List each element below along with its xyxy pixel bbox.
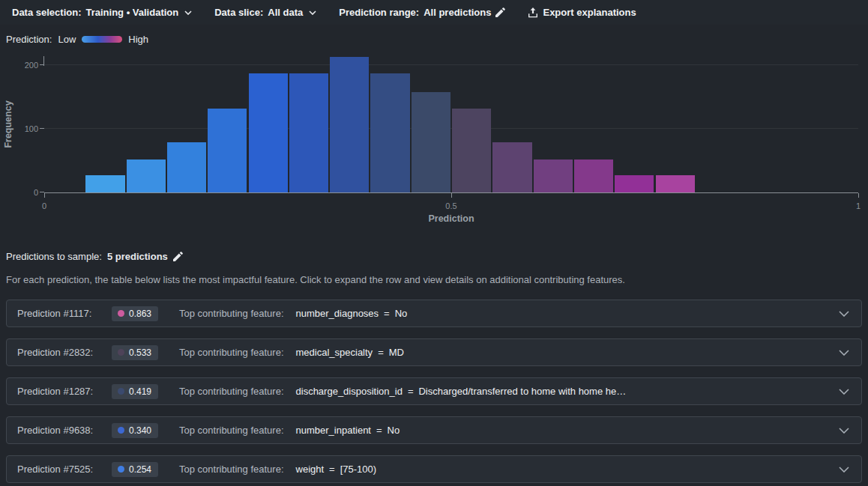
data-slice-value: All data [268, 7, 303, 18]
chevron-down-icon[interactable] [839, 467, 849, 473]
score-badge: 0.254 [112, 462, 158, 477]
predictions-to-sample-label: Predictions to sample: [6, 251, 102, 262]
prediction-gradient-pill [82, 36, 122, 43]
x-axis-title: Prediction [44, 213, 858, 224]
histogram-bar[interactable] [656, 175, 695, 192]
feature-operator: = [376, 425, 382, 436]
feature-expression: weight=[75-100) [296, 464, 377, 475]
feature-value: MD [389, 347, 404, 358]
histogram-bar[interactable] [127, 160, 166, 192]
feature-expression: number_diagnoses=No [296, 308, 408, 319]
score-dot-icon [118, 310, 124, 317]
prediction-row-label: Prediction #1117: [17, 308, 112, 319]
score-value: 0.340 [129, 425, 151, 436]
histogram-bar[interactable] [289, 73, 328, 192]
feature-expression: number_inpatient=No [296, 425, 400, 436]
prediction-rows: Prediction #1117: 0.863 Top contributing… [6, 300, 862, 483]
histogram-bar[interactable] [574, 160, 613, 192]
score-dot-icon [118, 388, 124, 395]
histogram-bar[interactable] [330, 57, 369, 192]
data-selection-dropdown[interactable]: Data selection: Training • Validation [12, 7, 192, 18]
prediction-row-label: Prediction #1287: [17, 386, 112, 397]
chevron-down-icon [184, 10, 192, 15]
chevron-down-icon[interactable] [839, 389, 849, 395]
feature-operator: = [329, 464, 335, 475]
x-tick-mark [44, 193, 45, 198]
predictions-to-sample-value: 5 predictions [107, 251, 168, 262]
feature-expression: medical_specialty=MD [296, 347, 404, 358]
y-tick-label: 100 [25, 124, 38, 133]
feature-value: No [388, 425, 400, 436]
export-explanations-button[interactable]: Export explanations [528, 7, 636, 18]
gridline [44, 64, 858, 65]
y-tick-label: 200 [25, 61, 38, 70]
prediction-row[interactable]: Prediction #1117: 0.863 Top contributing… [6, 300, 862, 327]
gridline [44, 128, 858, 129]
histogram-bar[interactable] [370, 73, 409, 192]
score-dot-icon [118, 349, 124, 356]
histogram-bar[interactable] [412, 92, 450, 192]
y-tick-mark [40, 128, 44, 129]
y-tick-label: 0 [34, 188, 38, 197]
prediction-legend: Prediction: Low High [6, 32, 868, 46]
chevron-down-icon[interactable] [839, 350, 849, 356]
legend-low-label: Low [58, 34, 76, 45]
legend-label: Prediction: [6, 34, 52, 45]
top-feature-label: Top contributing feature: [179, 347, 283, 358]
feature-value: Discharged/transferred to home with home… [418, 386, 626, 397]
histogram-bar[interactable] [208, 109, 247, 192]
data-slice-dropdown[interactable]: Data slice: All data [214, 7, 316, 18]
score-badge: 0.419 [112, 384, 158, 399]
prediction-row[interactable]: Prediction #1287: 0.419 Top contributing… [6, 377, 862, 405]
prediction-row[interactable]: Prediction #7525: 0.254 Top contributing… [6, 455, 862, 483]
y-tick-mark [40, 64, 44, 65]
prediction-row-label: Prediction #7525: [17, 464, 112, 475]
feature-name: number_inpatient [296, 425, 371, 436]
x-tick-label: 0.5 [445, 201, 456, 210]
score-value: 0.533 [129, 347, 151, 358]
top-feature-label: Top contributing feature: [179, 386, 283, 397]
toolbar: Data selection: Training • Validation Da… [0, 0, 868, 25]
histogram-bar[interactable] [167, 142, 206, 192]
histogram-bar[interactable] [615, 175, 654, 192]
histogram-bar[interactable] [249, 73, 288, 192]
prediction-range-label: Prediction range: [339, 7, 419, 18]
x-tick-mark [451, 193, 452, 198]
y-tick-mark [40, 192, 44, 192]
chevron-down-icon[interactable] [839, 311, 849, 317]
histogram-bar[interactable] [452, 109, 491, 192]
histogram-bar[interactable] [492, 142, 531, 192]
feature-value: [75-100) [340, 464, 376, 475]
score-value: 0.419 [129, 386, 151, 397]
histogram-plot: 00.51 [44, 56, 858, 192]
data-slice-label: Data slice: [214, 7, 263, 18]
score-value: 0.254 [129, 464, 151, 475]
score-dot-icon [118, 466, 124, 473]
top-feature-label: Top contributing feature: [179, 464, 283, 475]
score-value: 0.863 [129, 309, 151, 319]
legend-high-label: High [128, 34, 148, 45]
score-badge: 0.533 [112, 345, 158, 360]
prediction-range-value: All predictions [424, 7, 491, 18]
top-feature-label: Top contributing feature: [179, 425, 283, 436]
prediction-row-label: Prediction #2832: [17, 347, 112, 358]
x-tick-label: 0 [42, 201, 46, 210]
feature-operator: = [378, 347, 384, 358]
edit-pencil-icon[interactable] [495, 7, 505, 17]
histogram-bar[interactable] [85, 175, 124, 192]
edit-pencil-icon[interactable] [173, 252, 183, 261]
data-selection-value: Training • Validation [85, 7, 178, 18]
chevron-down-icon[interactable] [839, 428, 849, 434]
score-badge: 0.340 [112, 423, 158, 438]
prediction-row[interactable]: Prediction #2832: 0.533 Top contributing… [6, 338, 862, 366]
top-feature-label: Top contributing feature: [179, 308, 283, 319]
table-description: For each prediction, the table below lis… [6, 274, 868, 285]
y-axis-tick-labels: 0100200 [0, 56, 38, 192]
feature-expression: discharge_disposition_id=Discharged/tran… [296, 386, 627, 397]
export-explanations-label: Export explanations [543, 7, 636, 18]
histogram-bar[interactable] [534, 160, 573, 192]
prediction-row[interactable]: Prediction #9638: 0.340 Top contributing… [6, 416, 862, 444]
x-tick-mark [858, 193, 859, 198]
prediction-range-control[interactable]: Prediction range: All predictions [339, 7, 505, 18]
score-dot-icon [118, 427, 124, 434]
